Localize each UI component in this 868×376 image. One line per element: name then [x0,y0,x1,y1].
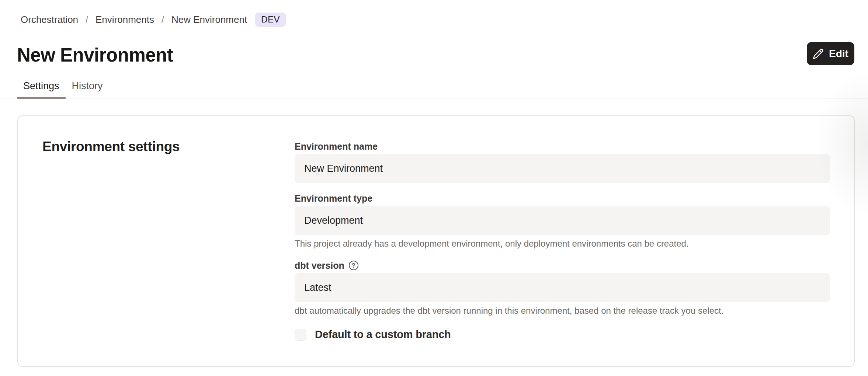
custom-branch-checkbox[interactable] [295,329,306,341]
environment-settings-card: Environment settings Environment name En… [17,115,855,367]
question-circle-icon[interactable]: ? [349,261,358,270]
card-left-column: Environment settings [18,116,295,366]
breadcrumb-separator: / [162,14,164,25]
edit-button[interactable]: Edit [807,42,854,65]
pencil-icon [813,48,824,59]
environment-name-input[interactable] [295,154,830,183]
custom-branch-label: Default to a custom branch [315,328,451,341]
field-environment-type: Environment type This project already ha… [295,192,830,249]
section-heading: Environment settings [42,139,295,154]
custom-branch-row: Default to a custom branch [295,328,830,341]
environment-type-helper-text: This project already has a development e… [295,238,830,249]
breadcrumb-separator: / [86,14,88,25]
breadcrumb-environments[interactable]: Environments [96,14,154,25]
environment-type-input[interactable] [295,206,830,235]
field-dbt-version: dbt version ? dbt automatically upgrades… [295,260,830,316]
breadcrumb-new-environment[interactable]: New Environment [171,14,247,25]
environment-settings-form: Environment name Environment type This p… [295,116,830,366]
edit-button-label: Edit [829,48,848,60]
dbt-version-label: dbt version ? [295,260,830,271]
environment-type-label: Environment type [295,192,830,204]
tabs-bar: Settings History [0,76,868,98]
page-header: New Environment Edit [17,44,851,67]
dbt-version-input[interactable] [295,273,830,302]
breadcrumb-orchestration[interactable]: Orchestration [21,14,78,25]
page-title: New Environment [17,44,851,67]
environment-name-label: Environment name [295,140,830,152]
dbt-version-helper-text: dbt automatically upgrades the dbt versi… [295,305,830,316]
environment-dev-badge: DEV [255,13,286,27]
tab-history[interactable]: History [66,76,109,98]
tab-settings[interactable]: Settings [17,76,66,98]
breadcrumb: Orchestration / Environments / New Envir… [21,13,868,27]
dbt-version-label-text: dbt version [295,260,344,271]
field-environment-name: Environment name [295,140,830,183]
